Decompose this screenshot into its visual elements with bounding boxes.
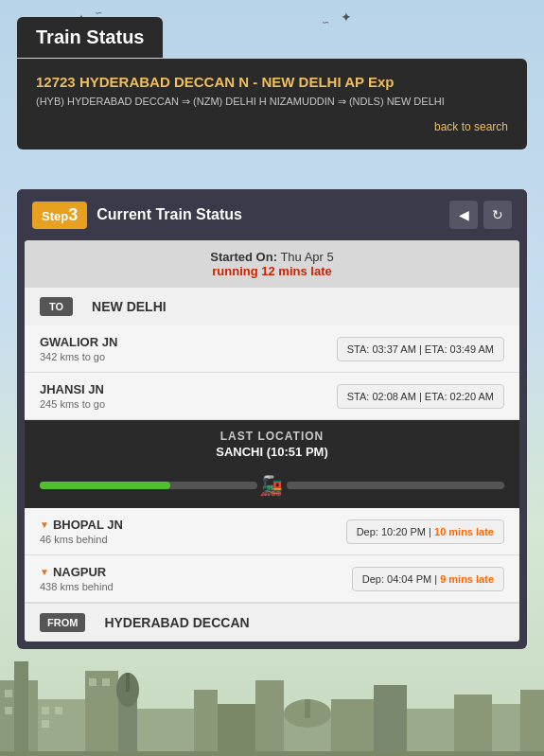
step-header: Step3 Current Train Status ◀ ↻: [17, 189, 527, 240]
station-name-nagpur: ▼ NAGPUR: [40, 565, 114, 579]
to-badge: TO: [40, 297, 73, 316]
step-section: Step3 Current Train Status ◀ ↻ Started O…: [17, 189, 527, 649]
last-location-name: SANCHI (10:51 PM): [40, 445, 504, 459]
main-container: Train Status 12723 HYDERABAD DECCAN N - …: [0, 0, 544, 756]
last-location-row: LAST LOCATION SANCHI (10:51 PM): [25, 420, 519, 468]
station-row-gwalior: GWALIOR JN 342 kms to go STA: 03:37 AM |…: [25, 325, 519, 373]
late-text-nagpur: 9 mins late: [440, 573, 494, 585]
station-info-bhopal: ▼ BHOPAL JN 46 kms behind: [40, 518, 123, 545]
destination-name: NEW DELHI: [92, 299, 167, 314]
station-name-gwalior: GWALIOR JN: [40, 335, 117, 349]
step-title: Current Train Status: [97, 206, 449, 223]
station-row-jhansi: JHANSI JN 245 kms to go STA: 02:08 AM | …: [25, 373, 519, 420]
triangle-icon-nagpur: ▼: [40, 567, 49, 577]
station-info-jhansi: JHANSI JN 245 kms to go: [40, 382, 105, 410]
triangle-icon-bhopal: ▼: [40, 519, 49, 530]
station-name-jhansi: JHANSI JN: [40, 382, 105, 396]
progress-bar-fill: [40, 482, 170, 489]
train-number: 12723: [36, 74, 76, 90]
origin-name: HYDERABAD DECCAN: [104, 615, 249, 630]
late-text-bhopal: 10 mins late: [434, 526, 494, 537]
started-label: Started On:: [210, 250, 277, 264]
station-info-gwalior: GWALIOR JN 342 kms to go: [40, 335, 117, 362]
train-route: (HYB) HYDERABAD DECCAN ⇒ (NZM) DELHI H N…: [36, 96, 508, 108]
progress-remaining: [287, 482, 504, 489]
nav-refresh-button[interactable]: ↻: [483, 201, 512, 229]
last-location-title: LAST LOCATION: [40, 430, 504, 443]
progress-container: 🚂: [25, 468, 519, 508]
app-title: Train Status: [36, 26, 144, 47]
from-badge: FROM: [40, 613, 85, 632]
station-info-nagpur: ▼ NAGPUR 438 kms behind: [40, 565, 114, 592]
progress-bar-background: [40, 482, 257, 489]
destination-row: TO NEW DELHI: [25, 288, 519, 325]
started-date: Thu Apr 5: [280, 250, 333, 264]
started-text: Started On: Thu Apr 5: [40, 250, 504, 264]
late-status-text: running 12 mins late: [40, 264, 504, 278]
nav-back-button[interactable]: ◀: [449, 201, 478, 229]
scroll-area[interactable]: Started On: Thu Apr 5 running 12 mins la…: [25, 240, 519, 642]
station-dist-nagpur: 438 kms behind: [40, 581, 114, 592]
dep-time-bhopal: Dep: 10:20 PM |: [357, 526, 431, 537]
train-info-card: 12723 HYDERABAD DECCAN N - NEW DELHI AP …: [17, 59, 527, 149]
started-row: Started On: Thu Apr 5 running 12 mins la…: [25, 240, 519, 288]
station-row-bhopal: ▼ BHOPAL JN 46 kms behind Dep: 10:20 PM …: [25, 508, 519, 555]
step-number: 3: [68, 205, 78, 224]
time-badge-bhopal: Dep: 10:20 PM | 10 mins late: [346, 519, 504, 544]
station-name-bhopal: ▼ BHOPAL JN: [40, 518, 123, 532]
station-row-nagpur: ▼ NAGPUR 438 kms behind Dep: 04:04 PM | …: [25, 555, 519, 603]
dep-time-nagpur: Dep: 04:04 PM |: [362, 573, 437, 585]
train-full-name: HYDERABAD DECCAN N - NEW DELHI AP Exp: [79, 74, 395, 90]
time-badge-jhansi: STA: 02:08 AM | ETA: 02:20 AM: [337, 384, 504, 409]
nav-buttons: ◀ ↻: [449, 201, 512, 229]
back-to-search-link[interactable]: back to search: [434, 120, 508, 133]
app-title-tab: Train Status: [17, 17, 163, 58]
train-name: 12723 HYDERABAD DECCAN N - NEW DELHI AP …: [36, 74, 508, 90]
station-dist-bhopal: 46 kms behind: [40, 534, 123, 545]
time-badge-gwalior: STA: 03:37 AM | ETA: 03:49 AM: [337, 337, 504, 361]
time-badge-nagpur: Dep: 04:04 PM | 9 mins late: [352, 567, 504, 591]
back-link-container: back to search: [36, 117, 508, 134]
train-progress-icon: 🚂: [259, 474, 283, 497]
step-badge: Step3: [32, 202, 87, 229]
station-dist-jhansi: 245 kms to go: [40, 398, 105, 410]
station-dist-gwalior: 342 kms to go: [40, 351, 117, 362]
from-row: FROM HYDERABAD DECCAN: [25, 603, 519, 642]
